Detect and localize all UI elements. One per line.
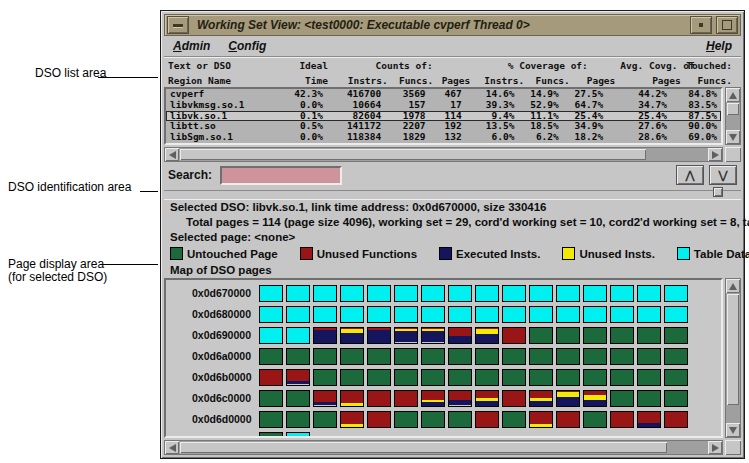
page-cell[interactable] [259, 390, 283, 407]
scroll-left-arrow[interactable] [165, 441, 179, 454]
page-cell[interactable] [529, 348, 553, 365]
sash-grip[interactable] [713, 187, 723, 197]
page-cell[interactable] [637, 369, 661, 386]
page-cell[interactable] [556, 411, 580, 428]
page-cell[interactable] [367, 285, 391, 302]
scroll-thumb[interactable] [727, 103, 739, 115]
page-cell[interactable] [529, 390, 553, 407]
page-cell[interactable] [637, 390, 661, 407]
page-cell[interactable] [259, 369, 283, 386]
menu-help[interactable]: Help [706, 39, 732, 53]
page-cell[interactable] [394, 348, 418, 365]
page-cell[interactable] [502, 306, 526, 323]
page-cell[interactable] [448, 369, 472, 386]
map-hscrollbar[interactable] [164, 440, 723, 455]
page-cell[interactable] [421, 285, 445, 302]
page-cell[interactable] [421, 390, 445, 407]
page-map[interactable]: 0x0d6700000x0d6800000x0d6900000x0d6a0000… [164, 278, 723, 438]
dso-row-libtt.so[interactable]: libtt.so0.5%141172220719213.5%18.5%34.9%… [166, 121, 721, 132]
search-next-button[interactable]: ⋁ [709, 165, 737, 185]
page-cell[interactable] [394, 327, 418, 344]
titlebar[interactable]: Working Set View: <test0000: Executable … [164, 14, 741, 36]
page-cell[interactable] [583, 369, 607, 386]
page-cell[interactable] [340, 327, 364, 344]
page-cell[interactable] [421, 306, 445, 323]
page-cell[interactable] [367, 348, 391, 365]
page-cell[interactable] [421, 348, 445, 365]
page-cell[interactable] [637, 306, 661, 323]
page-cell[interactable] [367, 306, 391, 323]
page-cell[interactable] [340, 390, 364, 407]
scroll-trough[interactable] [726, 293, 740, 423]
page-cell[interactable] [583, 348, 607, 365]
page-cell[interactable] [583, 285, 607, 302]
dso-row-libvk.so.1[interactable]: libvk.so.10.1%8260419781149.4%11.1%25.4%… [166, 111, 721, 122]
page-cell[interactable] [664, 369, 688, 386]
page-cell[interactable] [583, 327, 607, 344]
page-cell[interactable] [448, 285, 472, 302]
maximize-button[interactable] [716, 16, 738, 34]
page-cell[interactable] [583, 411, 607, 428]
page-cell[interactable] [529, 306, 553, 323]
page-cell[interactable] [286, 306, 310, 323]
page-cell[interactable] [313, 285, 337, 302]
page-cell[interactable] [286, 369, 310, 386]
scroll-trough[interactable] [179, 148, 708, 161]
page-cell[interactable] [556, 306, 580, 323]
scroll-thumb[interactable] [180, 149, 646, 160]
scroll-down-arrow[interactable] [726, 130, 740, 144]
page-cell[interactable] [664, 390, 688, 407]
page-cell[interactable] [610, 369, 634, 386]
page-cell[interactable] [556, 369, 580, 386]
page-cell[interactable] [313, 306, 337, 323]
scroll-thumb[interactable] [180, 442, 667, 453]
page-cell[interactable] [583, 306, 607, 323]
page-cell[interactable] [556, 327, 580, 344]
scroll-down-arrow[interactable] [726, 423, 740, 437]
page-cell[interactable] [610, 327, 634, 344]
page-cell[interactable] [313, 411, 337, 428]
page-cell[interactable] [664, 285, 688, 302]
page-cell[interactable] [610, 411, 634, 428]
dso-row-libSgm.so.1[interactable]: libSgm.so.10.0%11838418291326.0%6.2%18.2… [166, 132, 721, 143]
page-cell[interactable] [394, 285, 418, 302]
dso-list-vscrollbar[interactable] [725, 87, 741, 145]
menu-config[interactable]: Config [228, 39, 266, 53]
page-cell[interactable] [610, 390, 634, 407]
page-cell[interactable] [637, 285, 661, 302]
page-cell[interactable] [421, 411, 445, 428]
page-cell[interactable] [286, 390, 310, 407]
page-cell[interactable] [286, 411, 310, 428]
page-cell[interactable] [259, 285, 283, 302]
page-cell[interactable] [475, 306, 499, 323]
page-cell[interactable] [394, 411, 418, 428]
page-cell[interactable] [259, 327, 283, 344]
page-cell[interactable] [475, 411, 499, 428]
page-cell[interactable] [529, 369, 553, 386]
page-cell[interactable] [475, 348, 499, 365]
search-prev-button[interactable]: ⋀ [676, 165, 704, 185]
page-cell[interactable] [529, 327, 553, 344]
page-cell[interactable] [583, 390, 607, 407]
page-cell[interactable] [448, 411, 472, 428]
page-cell[interactable] [448, 306, 472, 323]
page-cell[interactable] [664, 411, 688, 428]
page-cell[interactable] [313, 369, 337, 386]
page-cell[interactable] [475, 327, 499, 344]
page-cell[interactable] [259, 306, 283, 323]
page-cell[interactable] [610, 348, 634, 365]
map-vscrollbar[interactable] [725, 278, 741, 438]
page-cell[interactable] [367, 369, 391, 386]
page-cell[interactable] [448, 390, 472, 407]
page-cell[interactable] [502, 327, 526, 344]
page-cell[interactable] [340, 285, 364, 302]
page-cell[interactable] [367, 390, 391, 407]
page-cell[interactable] [421, 327, 445, 344]
page-cell[interactable] [421, 369, 445, 386]
page-cell[interactable] [664, 306, 688, 323]
page-cell[interactable] [502, 348, 526, 365]
scroll-trough[interactable] [726, 102, 740, 130]
page-cell[interactable] [394, 390, 418, 407]
page-cell[interactable] [286, 327, 310, 344]
scroll-left-arrow[interactable] [165, 148, 179, 161]
